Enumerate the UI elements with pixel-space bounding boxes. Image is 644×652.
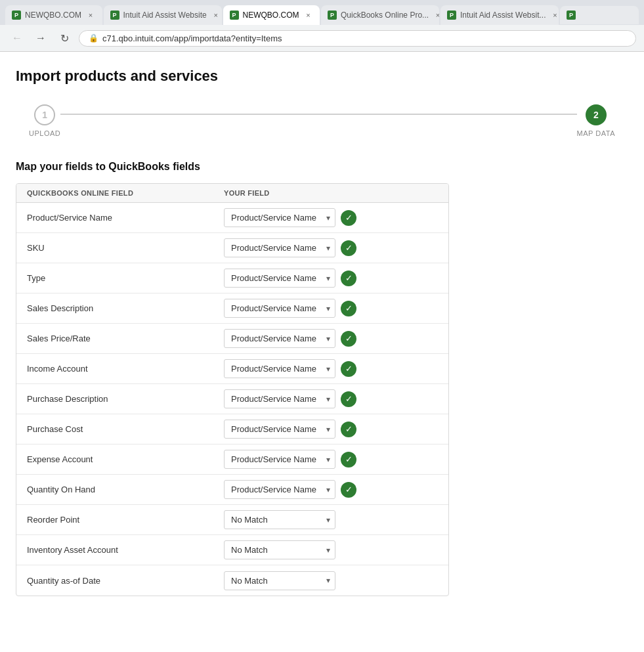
select-wrapper: Product/Service Name [224,269,335,288]
select-wrapper: Product/Service Name [224,208,335,227]
field-select[interactable]: Product/Service Name [224,329,335,348]
tab-label-4: QuickBooks Online Pro... [341,11,429,20]
field-control: Product/Service Name ✓ [224,295,438,322]
field-select[interactable]: Product/Service Name [224,208,335,227]
select-wrapper: No Match Product/Service Name [224,540,335,559]
map-section-title: Map your fields to QuickBooks fields [16,161,628,173]
qbo-field-label: Expense Account [27,448,224,471]
address-bar-row: ← → ↻ 🔒 c71.qbo.intuit.com/app/importdat… [0,25,644,51]
select-wrapper: Product/Service Name [224,238,335,257]
browser-chrome: P NEWQBO.COM × P Intuit Aid Assist Websi… [0,0,644,52]
match-check-icon: ✓ [341,271,356,286]
match-check-icon: ✓ [341,482,356,498]
tab-close-5[interactable]: × [550,10,559,20]
step-1: 1 UPLOAD [29,104,60,137]
qbo-field-label: Quantity On Hand [27,478,224,501]
tab-newqbo-1[interactable]: P NEWQBO.COM × [5,5,102,25]
tab-close-2[interactable]: × [211,10,221,20]
select-wrapper: Product/Service Name [224,420,335,439]
qbo-field-label: SKU [27,236,224,259]
field-select[interactable]: Product/Service Name [224,269,335,288]
field-select[interactable]: No Match Product/Service Name [224,571,335,590]
tab-bar: P NEWQBO.COM × P Intuit Aid Assist Websi… [0,0,644,25]
select-wrapper: Product/Service Name [224,359,335,378]
col-header-qbo: QUICKBOOKS ONLINE FIELD [27,189,224,197]
back-button[interactable]: ← [8,29,26,47]
table-row: SKU Product/Service Name ✓ [16,233,448,263]
table-row: Income Account Product/Service Name ✓ [16,354,448,384]
field-select[interactable]: No Match Product/Service Name [224,540,335,559]
tab-favicon-1: P [12,11,21,20]
table-header: QUICKBOOKS ONLINE FIELD YOUR FIELD [16,184,448,203]
table-row: Inventory Asset Account No Match Product… [16,535,448,565]
lock-icon: 🔒 [89,33,98,43]
reload-button[interactable]: ↻ [55,29,74,47]
field-select[interactable]: Product/Service Name [224,238,335,257]
qbo-field-label: Product/Service Name [27,206,224,229]
tab-close-1[interactable]: × [85,10,96,20]
field-select[interactable]: No Match Product/Service Name [224,510,335,529]
field-control: Product/Service Name ✓ [224,325,438,352]
table-row: Reorder Point No Match Product/Service N… [16,505,448,535]
select-wrapper: Product/Service Name [224,329,335,348]
match-check-icon: ✓ [341,210,356,226]
tab-qbo-pro[interactable]: P QuickBooks Online Pro... × [321,5,439,25]
table-row: Purchase Cost Product/Service Name ✓ [16,414,448,445]
match-check-icon: ✓ [341,452,356,467]
match-check-icon: ✓ [341,240,356,256]
tab-intuit-2[interactable]: P Intuit Aid Assist Websit... × [440,5,559,25]
qbo-field-label: Inventory Asset Account [27,538,224,561]
select-wrapper: Product/Service Name [224,299,335,318]
stepper: 1 UPLOAD 2 MAP DATA [16,104,628,137]
page-content: Import products and services 1 UPLOAD 2 … [0,52,644,622]
page-title: Import products and services [16,68,628,85]
field-select[interactable]: Product/Service Name [224,359,335,378]
tab-close-3[interactable]: × [303,10,314,20]
tab-label-5: Intuit Aid Assist Websit... [460,11,546,20]
tab-extra[interactable]: P [560,6,639,24]
table-row: Quantity On Hand Product/Service Name ✓ [16,475,448,505]
tab-close-4[interactable]: × [433,10,439,20]
qbo-field-label: Purchase Cost [27,418,224,441]
match-check-icon: ✓ [341,331,356,347]
field-control: Product/Service Name ✓ [224,416,438,443]
tab-favicon-3: P [230,11,239,20]
tab-newqbo-2[interactable]: P NEWQBO.COM × [223,5,320,25]
tab-favicon-5: P [447,11,456,20]
table-row: Purchase Description Product/Service Nam… [16,384,448,414]
tab-label-3: NEWQBO.COM [243,11,299,20]
match-check-icon: ✓ [341,391,356,407]
tab-favicon-2: P [110,11,119,20]
tab-label-2: Intuit Aid Assist Website [123,11,207,20]
qbo-field-label: Reorder Point [27,508,224,531]
match-check-icon: ✓ [341,301,356,316]
tab-intuit-1[interactable]: P Intuit Aid Assist Website × [104,5,222,25]
field-control: Product/Service Name ✓ [224,385,438,412]
qbo-field-label: Sales Price/Rate [27,327,224,350]
field-control: No Match Product/Service Name [224,567,438,594]
field-select[interactable]: Product/Service Name [224,480,335,499]
field-select[interactable]: Product/Service Name [224,450,335,469]
field-select[interactable]: Product/Service Name [224,420,335,439]
table-row: Expense Account Product/Service Name ✓ [16,445,448,475]
field-select[interactable]: Product/Service Name [224,389,335,408]
qbo-field-label: Quantity as-of Date [27,569,224,592]
address-bar[interactable]: 🔒 c71.qbo.intuit.com/app/importdata?enti… [79,30,636,47]
col-header-your: YOUR FIELD [224,189,438,197]
field-select[interactable]: Product/Service Name [224,299,335,318]
url-text: c71.qbo.intuit.com/app/importdata?entity… [102,33,282,43]
qbo-field-label: Sales Description [27,297,224,320]
step-1-circle: 1 [34,104,55,125]
match-check-icon: ✓ [341,422,356,437]
table-row: Sales Description Product/Service Name ✓ [16,293,448,324]
step-2-circle: 2 [586,104,607,125]
field-control: Product/Service Name ✓ [224,476,438,503]
field-control: Product/Service Name ✓ [224,446,438,473]
step-2-label: MAP DATA [577,129,615,137]
table-row: Product/Service Name Product/Service Nam… [16,203,448,233]
step-line [60,114,576,115]
forward-button[interactable]: → [32,29,50,47]
field-control: Product/Service Name ✓ [224,265,438,292]
select-wrapper: Product/Service Name [224,450,335,469]
mapping-table: QUICKBOOKS ONLINE FIELD YOUR FIELD Produ… [16,183,449,596]
